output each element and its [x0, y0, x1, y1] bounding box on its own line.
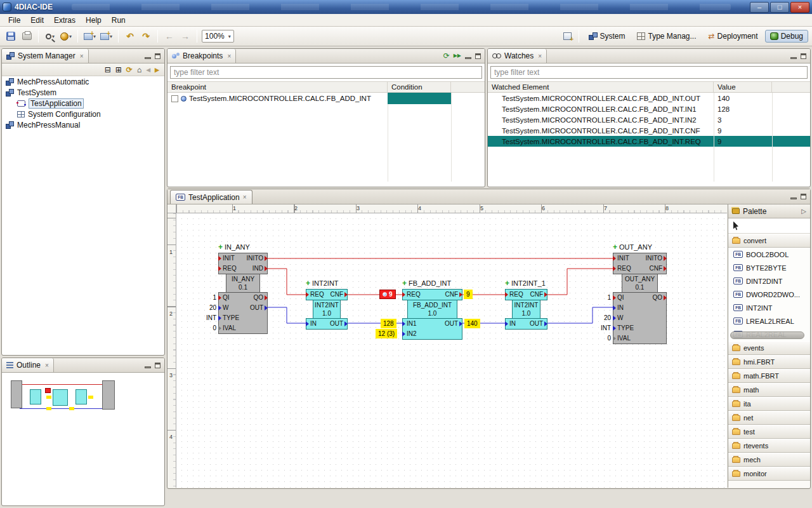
- tree-item-testapplication[interactable]: TestApplication: [2, 98, 164, 109]
- pin-qi[interactable]: [218, 295, 224, 300]
- palette-item-int2int[interactable]: FBINT2INT: [728, 301, 810, 314]
- pin-req[interactable]: [218, 266, 224, 271]
- watch-row[interactable]: TestSystem.MICROCONTROLLER.CALC.FB_ADD_I…: [488, 93, 810, 104]
- pin-init[interactable]: [613, 256, 619, 261]
- pin-in[interactable]: [505, 321, 511, 326]
- menu-run[interactable]: Run: [107, 15, 130, 26]
- expand-all-button[interactable]: ⊞: [115, 66, 122, 74]
- minimize-window-button[interactable]: –: [750, 2, 769, 13]
- search-dropdown-button[interactable]: ▾: [43, 29, 57, 43]
- new-type-dropdown-button[interactable]: ▾: [99, 29, 114, 43]
- pin-in1[interactable]: [402, 321, 408, 326]
- connection-ind-req[interactable]: [268, 269, 306, 295]
- pin-type[interactable]: [218, 316, 224, 321]
- watch-row[interactable]: TestSystem.MICROCONTROLLER.CALC.FB_ADD_I…: [488, 114, 810, 125]
- palette-group-ita[interactable]: ita: [728, 397, 810, 411]
- monitor-badge-in2[interactable]: 12 (3): [376, 329, 397, 338]
- outline-tab[interactable]: Outline ×: [2, 358, 54, 372]
- minimize-view-button[interactable]: [465, 57, 471, 59]
- breakpoint-row[interactable]: TestSystem.MICROCONTROLLER.CALC.FB_ADD_I…: [167, 93, 485, 104]
- pin-qo[interactable]: [265, 295, 270, 300]
- fb-int2int[interactable]: + INT2INT REQCNF INT2INT 1.0 INOUT: [306, 289, 348, 330]
- close-window-button[interactable]: ×: [790, 2, 809, 13]
- menu-edit[interactable]: Edit: [26, 15, 48, 26]
- fb-int2int-1[interactable]: + INT2INT_1 REQCNF INT2INT 1.0 INOUT: [505, 289, 547, 330]
- pin-req[interactable]: [306, 292, 311, 297]
- pin-inito[interactable]: [265, 256, 270, 261]
- close-view-icon[interactable]: ×: [538, 53, 542, 60]
- column-condition[interactable]: Condition: [388, 82, 451, 92]
- launch-config-dropdown-button[interactable]: ▾: [59, 29, 73, 43]
- column-value[interactable]: Value: [714, 82, 772, 92]
- menu-extras[interactable]: Extras: [49, 15, 80, 26]
- breakpoints-tab[interactable]: Breakpoints ×: [167, 49, 236, 63]
- close-editor-icon[interactable]: ×: [243, 194, 247, 201]
- nav-back-button[interactable]: ←: [162, 29, 176, 43]
- minimize-editor-button[interactable]: [790, 197, 797, 199]
- palette-group-hmi-fbrt[interactable]: hmi.FBRT: [728, 355, 810, 369]
- fb-out-any[interactable]: + OUT_ANY INITINITO REQCNF OUT_ANY 0.1 1…: [613, 253, 667, 344]
- pin-in2[interactable]: [402, 331, 408, 337]
- monitor-badge-cnf[interactable]: 9: [464, 290, 473, 299]
- collapse-all-button[interactable]: ⊟: [105, 66, 111, 74]
- pin-out[interactable]: [544, 321, 550, 326]
- redo-button[interactable]: ↷: [139, 29, 153, 43]
- close-view-icon[interactable]: ×: [80, 53, 84, 60]
- maximize-view-button[interactable]: [475, 53, 481, 59]
- breakpoints-filter-input[interactable]: [170, 66, 482, 79]
- maximize-window-button[interactable]: □: [770, 2, 789, 13]
- watch-row[interactable]: TestSystem.MICROCONTROLLER.CALC.FB_ADD_I…: [488, 125, 810, 136]
- new-system-dropdown-button[interactable]: ▾: [82, 29, 97, 43]
- pin-ival[interactable]: [218, 326, 224, 331]
- home-button[interactable]: ⌂: [137, 66, 141, 74]
- pin-cnf[interactable]: [544, 292, 550, 297]
- tree-item-mechpressautomatic[interactable]: MechPressAutomatic: [2, 76, 164, 87]
- pin-ival[interactable]: [613, 336, 619, 341]
- undo-button[interactable]: ↶: [123, 29, 137, 43]
- fb-in-any[interactable]: + IN_ANY INITINITO REQIND IN_ANY 0.1 1QI…: [218, 253, 268, 334]
- breakpoint-checkbox[interactable]: [171, 95, 178, 102]
- pin-type[interactable]: [613, 326, 619, 331]
- watches-filter-input[interactable]: [490, 66, 808, 79]
- pin-in[interactable]: [613, 305, 619, 311]
- fb-fb-add-int[interactable]: + FB_ADD_INT REQCNF FB_ADD_INT 1.0 IN1OU…: [402, 289, 462, 340]
- palette-group-events[interactable]: events: [728, 341, 810, 355]
- diagram-canvas[interactable]: + IN_ANY INITINITO REQIND IN_ANY 0.1 1QI…: [176, 213, 727, 488]
- maximize-view-button[interactable]: [155, 53, 160, 59]
- maximize-view-button[interactable]: [155, 363, 160, 368]
- palette-item-lreal2lreal[interactable]: FBLREAL2LREAL: [728, 314, 810, 328]
- system-manager-tab[interactable]: System Manager ×: [2, 49, 89, 63]
- menu-file[interactable]: File: [4, 15, 25, 26]
- connection-cnf-req3[interactable]: [547, 269, 613, 295]
- pin-cnf[interactable]: [664, 266, 669, 271]
- connection-out-in[interactable]: [268, 307, 306, 323]
- close-view-icon[interactable]: ×: [227, 53, 231, 60]
- resume-button[interactable]: ▶▶: [454, 52, 461, 60]
- perspective-system[interactable]: System: [584, 30, 630, 43]
- pin-out[interactable]: [344, 321, 350, 326]
- palette-group-net[interactable]: net: [728, 411, 810, 425]
- palette-group-monitor[interactable]: monitor: [728, 467, 810, 481]
- close-view-icon[interactable]: ×: [45, 362, 49, 369]
- palette-item-dword2dword[interactable]: FBDWORD2DWO...: [728, 288, 810, 301]
- watch-row[interactable]: TestSystem.MICROCONTROLLER.CALC.FB_ADD_I…: [488, 104, 810, 114]
- pin-qi[interactable]: [613, 295, 619, 300]
- monitor-badge-in1[interactable]: 128: [381, 319, 396, 328]
- maximize-editor-button[interactable]: [801, 194, 806, 199]
- maximize-view-button[interactable]: [801, 53, 806, 59]
- palette-group-test[interactable]: test: [728, 425, 810, 439]
- pin-w[interactable]: [218, 305, 224, 311]
- palette-collapse-icon[interactable]: ▷: [801, 208, 806, 215]
- watches-tab[interactable]: Watches ×: [488, 49, 547, 63]
- perspective-type-manager[interactable]: Type Manag...: [632, 30, 701, 43]
- perspective-debug[interactable]: Debug: [765, 30, 808, 43]
- palette-group-math[interactable]: math: [728, 383, 810, 397]
- column-breakpoint[interactable]: Breakpoint: [167, 82, 388, 92]
- palette-header[interactable]: Palette ▷: [728, 204, 810, 218]
- refresh-breakpoints-button[interactable]: ⟳: [443, 52, 450, 60]
- pin-init[interactable]: [218, 256, 224, 261]
- pin-req[interactable]: [613, 266, 619, 271]
- pin-ind[interactable]: [265, 266, 270, 271]
- palette-selection-tool[interactable]: [728, 218, 810, 234]
- pin-out[interactable]: [265, 305, 270, 311]
